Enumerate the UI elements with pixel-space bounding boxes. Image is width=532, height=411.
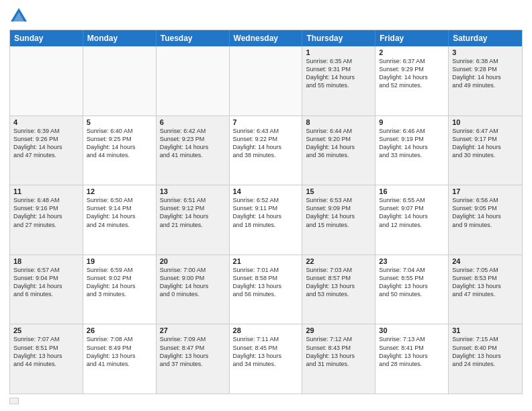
day-number: 19 (87, 257, 152, 265)
day-number: 21 (233, 257, 299, 265)
calendar-cell: 24Sunrise: 7:05 AM Sunset: 8:53 PM Dayli… (449, 255, 522, 324)
calendar-cell: 14Sunrise: 6:52 AM Sunset: 9:11 PM Dayli… (230, 185, 303, 255)
day-number: 18 (13, 257, 79, 265)
day-number: 24 (452, 257, 519, 265)
calendar-row: 1Sunrise: 6:35 AM Sunset: 9:31 PM Daylig… (10, 46, 522, 116)
day-number: 8 (306, 118, 371, 126)
day-number: 27 (160, 326, 226, 334)
day-number: 11 (13, 187, 79, 195)
day-number: 25 (13, 326, 79, 334)
calendar-cell: 19Sunrise: 6:59 AM Sunset: 9:02 PM Dayli… (83, 255, 157, 324)
cell-text: Sunrise: 6:37 AM Sunset: 9:29 PM Dayligh… (379, 57, 445, 90)
calendar-cell: 26Sunrise: 7:08 AM Sunset: 8:49 PM Dayli… (83, 324, 157, 394)
day-number: 5 (87, 118, 152, 126)
cell-text: Sunrise: 6:51 AM Sunset: 9:12 PM Dayligh… (160, 196, 226, 229)
calendar-cell (157, 46, 230, 116)
calendar-header-cell: Tuesday (157, 30, 230, 46)
calendar-row: 25Sunrise: 7:07 AM Sunset: 8:51 PM Dayli… (10, 324, 522, 394)
cell-text: Sunrise: 7:05 AM Sunset: 8:53 PM Dayligh… (452, 266, 519, 299)
day-number: 30 (379, 326, 445, 334)
day-number: 13 (160, 187, 226, 195)
legend-swatch (9, 398, 19, 404)
page: SundayMondayTuesdayWednesdayThursdayFrid… (0, 0, 532, 411)
day-number: 12 (87, 187, 152, 195)
cell-text: Sunrise: 7:11 AM Sunset: 8:45 PM Dayligh… (233, 335, 299, 368)
day-number: 1 (306, 48, 371, 56)
day-number: 31 (452, 326, 519, 334)
cell-text: Sunrise: 7:12 AM Sunset: 8:43 PM Dayligh… (306, 335, 371, 368)
calendar-cell: 28Sunrise: 7:11 AM Sunset: 8:45 PM Dayli… (230, 324, 303, 394)
day-number: 14 (233, 187, 299, 195)
calendar-body: 1Sunrise: 6:35 AM Sunset: 9:31 PM Daylig… (10, 46, 522, 394)
calendar-cell: 15Sunrise: 6:53 AM Sunset: 9:09 PM Dayli… (302, 185, 375, 255)
calendar-cell: 13Sunrise: 6:51 AM Sunset: 9:12 PM Dayli… (157, 185, 230, 255)
cell-text: Sunrise: 6:52 AM Sunset: 9:11 PM Dayligh… (233, 196, 299, 229)
calendar-header-cell: Friday (375, 30, 449, 46)
cell-text: Sunrise: 7:08 AM Sunset: 8:49 PM Dayligh… (87, 335, 152, 368)
cell-text: Sunrise: 6:42 AM Sunset: 9:23 PM Dayligh… (160, 127, 226, 160)
cell-text: Sunrise: 6:56 AM Sunset: 9:05 PM Dayligh… (452, 196, 519, 229)
day-number: 20 (160, 257, 226, 265)
calendar-cell: 17Sunrise: 6:56 AM Sunset: 9:05 PM Dayli… (449, 185, 522, 255)
calendar-cell: 16Sunrise: 6:55 AM Sunset: 9:07 PM Dayli… (375, 185, 449, 255)
calendar-row: 11Sunrise: 6:48 AM Sunset: 9:16 PM Dayli… (10, 185, 522, 255)
day-number: 3 (452, 48, 519, 56)
day-number: 15 (306, 187, 371, 195)
cell-text: Sunrise: 7:03 AM Sunset: 8:57 PM Dayligh… (306, 266, 371, 299)
cell-text: Sunrise: 6:43 AM Sunset: 9:22 PM Dayligh… (233, 127, 299, 160)
calendar-cell (10, 46, 83, 116)
cell-text: Sunrise: 7:09 AM Sunset: 8:47 PM Dayligh… (160, 335, 226, 368)
calendar-cell: 29Sunrise: 7:12 AM Sunset: 8:43 PM Dayli… (302, 324, 375, 394)
calendar-cell: 8Sunrise: 6:44 AM Sunset: 9:20 PM Daylig… (302, 116, 375, 185)
calendar-cell: 31Sunrise: 7:15 AM Sunset: 8:40 PM Dayli… (449, 324, 522, 394)
calendar-cell: 20Sunrise: 7:00 AM Sunset: 9:00 PM Dayli… (157, 255, 230, 324)
calendar-cell: 3Sunrise: 6:38 AM Sunset: 9:28 PM Daylig… (449, 46, 522, 116)
cell-text: Sunrise: 6:55 AM Sunset: 9:07 PM Dayligh… (379, 196, 445, 229)
calendar-cell: 25Sunrise: 7:07 AM Sunset: 8:51 PM Dayli… (10, 324, 83, 394)
day-number: 9 (379, 118, 445, 126)
cell-text: Sunrise: 6:59 AM Sunset: 9:02 PM Dayligh… (87, 266, 152, 299)
calendar-cell: 22Sunrise: 7:03 AM Sunset: 8:57 PM Dayli… (302, 255, 375, 324)
cell-text: Sunrise: 6:40 AM Sunset: 9:25 PM Dayligh… (87, 127, 152, 160)
day-number: 26 (87, 326, 152, 334)
calendar-header-cell: Saturday (449, 30, 522, 46)
day-number: 16 (379, 187, 445, 195)
calendar-cell: 5Sunrise: 6:40 AM Sunset: 9:25 PM Daylig… (83, 116, 157, 185)
day-number: 28 (233, 326, 299, 334)
calendar-cell (83, 46, 157, 116)
calendar-header-cell: Wednesday (230, 30, 303, 46)
cell-text: Sunrise: 7:13 AM Sunset: 8:41 PM Dayligh… (379, 335, 445, 368)
cell-text: Sunrise: 6:57 AM Sunset: 9:04 PM Dayligh… (13, 266, 79, 299)
calendar-header-row: SundayMondayTuesdayWednesdayThursdayFrid… (10, 30, 522, 46)
calendar-header-cell: Sunday (10, 30, 83, 46)
legend (9, 398, 523, 404)
calendar-cell: 18Sunrise: 6:57 AM Sunset: 9:04 PM Dayli… (10, 255, 83, 324)
cell-text: Sunrise: 7:07 AM Sunset: 8:51 PM Dayligh… (13, 335, 79, 368)
cell-text: Sunrise: 6:44 AM Sunset: 9:20 PM Dayligh… (306, 127, 371, 160)
logo-icon (9, 7, 28, 26)
calendar-cell: 11Sunrise: 6:48 AM Sunset: 9:16 PM Dayli… (10, 185, 83, 255)
cell-text: Sunrise: 6:50 AM Sunset: 9:14 PM Dayligh… (87, 196, 152, 229)
logo (9, 7, 31, 26)
calendar-cell: 30Sunrise: 7:13 AM Sunset: 8:41 PM Dayli… (375, 324, 449, 394)
cell-text: Sunrise: 7:15 AM Sunset: 8:40 PM Dayligh… (452, 335, 519, 368)
day-number: 2 (379, 48, 445, 56)
cell-text: Sunrise: 6:39 AM Sunset: 9:26 PM Dayligh… (13, 127, 79, 160)
calendar-row: 18Sunrise: 6:57 AM Sunset: 9:04 PM Dayli… (10, 255, 522, 325)
calendar-cell: 4Sunrise: 6:39 AM Sunset: 9:26 PM Daylig… (10, 116, 83, 185)
day-number: 4 (13, 118, 79, 126)
calendar-cell: 9Sunrise: 6:46 AM Sunset: 9:19 PM Daylig… (375, 116, 449, 185)
cell-text: Sunrise: 6:35 AM Sunset: 9:31 PM Dayligh… (306, 57, 371, 90)
cell-text: Sunrise: 7:00 AM Sunset: 9:00 PM Dayligh… (160, 266, 226, 299)
day-number: 17 (452, 187, 519, 195)
calendar-header-cell: Monday (83, 30, 157, 46)
calendar-cell: 10Sunrise: 6:47 AM Sunset: 9:17 PM Dayli… (449, 116, 522, 185)
calendar-cell: 6Sunrise: 6:42 AM Sunset: 9:23 PM Daylig… (157, 116, 230, 185)
header (9, 7, 523, 26)
calendar-cell: 21Sunrise: 7:01 AM Sunset: 8:58 PM Dayli… (230, 255, 303, 324)
calendar-cell: 2Sunrise: 6:37 AM Sunset: 9:29 PM Daylig… (375, 46, 449, 116)
calendar-cell: 12Sunrise: 6:50 AM Sunset: 9:14 PM Dayli… (83, 185, 157, 255)
calendar-cell: 7Sunrise: 6:43 AM Sunset: 9:22 PM Daylig… (230, 116, 303, 185)
calendar-cell (230, 46, 303, 116)
day-number: 10 (452, 118, 519, 126)
